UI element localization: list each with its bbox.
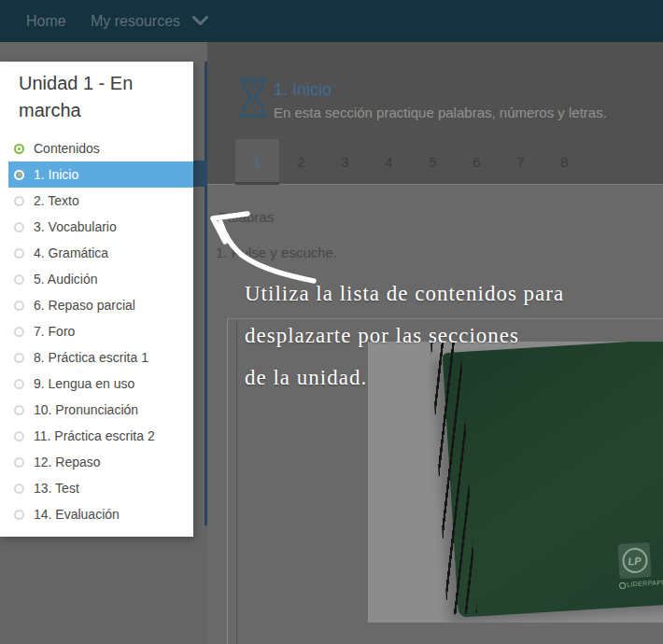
progress-pending-icon <box>14 431 24 441</box>
sidebar-item-label: 7. Foro <box>34 324 75 339</box>
top-navbar: Home My resources <box>0 0 663 42</box>
sidebar-item-label: 11. Práctica escrita 2 <box>34 428 155 443</box>
brand-logo: LP LIDERPAPEL <box>616 542 653 589</box>
page-tab-3[interactable]: 3 <box>323 139 367 184</box>
sidebar-item-label: Contenidos <box>34 141 100 156</box>
sidebar-item-7-foro[interactable]: 7. Foro <box>0 318 193 344</box>
sidebar-item-1-inicio[interactable]: 1. Inicio <box>8 161 193 188</box>
tutorial-message: Utiliza la lista de contenidos para desp… <box>245 273 564 399</box>
sidebar-item-label: 3. Vocabulario <box>34 219 117 234</box>
sidebar-item-10-pronunciacion[interactable]: 10. Pronunciación <box>0 397 193 423</box>
logo-caption: LIDERPAPEL <box>619 580 653 589</box>
sidebar-item-12-repaso[interactable]: 12. Repaso <box>0 449 193 475</box>
progress-done-icon <box>14 144 24 154</box>
progress-pending-icon <box>14 248 24 259</box>
progress-pending-icon <box>14 405 24 415</box>
progress-pending-icon <box>14 196 24 206</box>
sidebar-title: Unidad 1 - En marcha <box>19 70 179 124</box>
sidebar-item-label: 4. Gramática <box>34 245 108 260</box>
progress-pending-icon <box>14 483 24 494</box>
progress-pending-icon <box>14 457 24 468</box>
sidebar-item-label: 13. Test <box>34 481 79 496</box>
section-subtitle: En esta sección practique palabras, núme… <box>274 105 647 120</box>
sidebar-item-6-repaso-parcial[interactable]: 6. Repaso parcial <box>0 292 193 318</box>
progress-pending-icon <box>14 353 24 363</box>
page-tab-8[interactable]: 8 <box>543 139 586 184</box>
page-tab-7[interactable]: 7 <box>499 139 543 184</box>
progress-pending-icon <box>14 379 24 389</box>
brand-logo-box: LP <box>617 542 651 579</box>
section-title: 1. Inicio <box>274 80 332 100</box>
sidebar-item-label: 10. Pronunciación <box>34 402 138 417</box>
page-tab-4[interactable]: 4 <box>367 139 411 184</box>
sidebar-item-8-practica-escrita-1[interactable]: 8. Práctica escrita 1 <box>0 344 193 371</box>
sidebar-item-3-vocabulario[interactable]: 3. Vocabulario <box>0 214 193 240</box>
logo-ring-icon <box>619 582 626 589</box>
sidebar-item-label: 14. Evaluación <box>34 507 120 522</box>
hourglass-icon <box>236 77 270 118</box>
chevron-down-icon <box>192 16 208 26</box>
sidebar-item-contenidos[interactable]: Contenidos <box>0 135 193 161</box>
tutorial-line-3: de la unidad. <box>245 357 564 399</box>
page-tab-2[interactable]: 2 <box>279 139 323 184</box>
sidebar-item-14-evaluacion[interactable]: 14. Evaluación <box>0 501 193 527</box>
progress-pending-icon <box>14 510 24 520</box>
page-tab-1[interactable]: 1 <box>235 139 279 184</box>
progress-pending-icon <box>14 222 24 232</box>
logo-monogram: LP <box>621 548 648 575</box>
progress-pending-icon <box>14 327 24 337</box>
sidebar-item-2-texto[interactable]: 2. Texto <box>0 188 193 214</box>
sidebar-item-label: 6. Repaso parcial <box>34 298 135 313</box>
sidebar-item-4-gramatica[interactable]: 4. Gramática <box>0 240 193 266</box>
sidebar-item-label: 2. Texto <box>34 193 79 208</box>
sidebar-border-line <box>205 62 207 525</box>
tutorial-line-2: desplazarte por las secciones <box>245 315 564 357</box>
progress-pending-icon <box>14 301 24 311</box>
active-item-overflow <box>193 161 207 187</box>
sidebar-item-label: 9. Lengua en uso <box>34 376 134 391</box>
sidebar-item-11-practica-escrita-2[interactable]: 11. Práctica escrita 2 <box>0 423 193 449</box>
sidebar-item-9-lengua-en-uso[interactable]: 9. Lengua en uso <box>0 371 193 397</box>
sidebar-item-label: 12. Repaso <box>34 455 101 469</box>
hand-drawn-arrow-icon <box>207 207 324 289</box>
content-card-inner-border <box>236 319 237 644</box>
sidebar-item-5-audicion[interactable]: 5. Audición <box>0 266 193 292</box>
sidebar-item-13-test[interactable]: 13. Test <box>0 475 193 501</box>
sidebar-item-label: 1. Inicio <box>34 167 78 182</box>
my-resources-label: My resources <box>91 13 180 30</box>
progress-pending-icon <box>14 274 24 285</box>
page-tab-5[interactable]: 5 <box>411 139 455 184</box>
page-tab-6[interactable]: 6 <box>455 139 499 184</box>
sidebar-item-label: 5. Audición <box>34 272 98 287</box>
nav-item-home[interactable]: Home <box>26 0 66 42</box>
pagination: 1 2 3 4 5 6 7 8 <box>207 139 663 185</box>
nav-item-my-resources[interactable]: My resources <box>91 0 208 42</box>
sidebar-list: Contenidos 1. Inicio 2. Texto 3. Vocabul… <box>0 135 193 527</box>
progress-current-icon <box>14 170 24 180</box>
sidebar-item-label: 8. Práctica escrita 1 <box>34 350 148 365</box>
sidebar-panel: Unidad 1 - En marcha Contenidos 1. Inici… <box>0 62 193 537</box>
